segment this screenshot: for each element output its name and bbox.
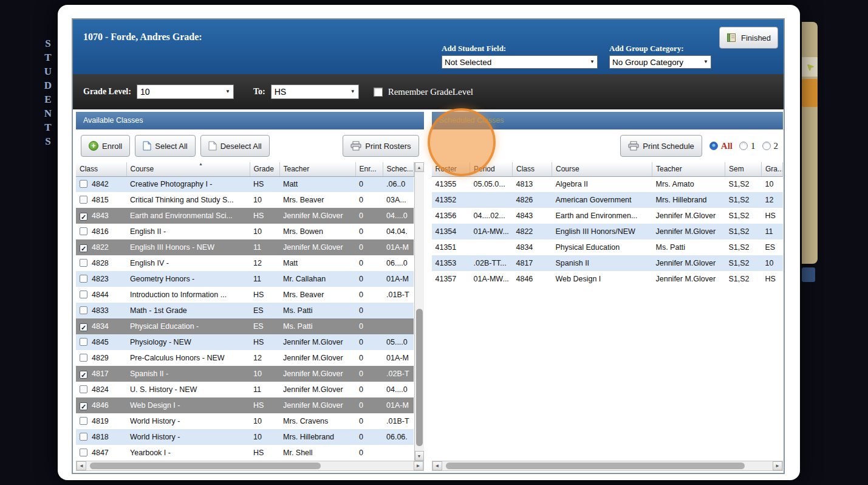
row-checkbox[interactable]: ✓	[80, 402, 87, 410]
scroll-left-icon[interactable]: ◄	[77, 461, 86, 470]
row-checkbox[interactable]	[80, 338, 87, 346]
row-checkbox[interactable]: ✓	[80, 213, 87, 221]
cell-course: Earth and Environmen...	[552, 208, 652, 224]
cell-teacher: Matt	[279, 176, 355, 192]
available-class-row[interactable]: 4842Creative Photography I -HSMatt0.06..…	[76, 176, 414, 192]
available-class-row[interactable]: 4844Introduction to Information ...HSMrs…	[76, 287, 414, 303]
available-class-row[interactable]: ✓4843Earth and Environmental Sci...HSJen…	[76, 208, 414, 224]
row-checkbox[interactable]	[80, 449, 87, 456]
row-checkbox[interactable]	[80, 417, 87, 425]
column-header[interactable]: Teacher	[279, 162, 355, 176]
students-tab-letter: S	[45, 38, 50, 50]
select-all-button[interactable]: Select All	[135, 135, 195, 157]
print-rosters-button[interactable]: Print Rosters	[343, 135, 419, 157]
students-sidebar-tab[interactable]: STUDENTS	[39, 38, 57, 148]
row-checkbox[interactable]	[80, 354, 87, 362]
finished-button[interactable]: Finished	[719, 27, 778, 49]
column-header[interactable]: Course▴	[126, 162, 250, 176]
cell-grade: 12	[250, 350, 279, 366]
remember-gradelevel-checkbox[interactable]	[374, 88, 383, 97]
scroll-left-icon[interactable]: ◄	[432, 461, 442, 470]
row-checkbox[interactable]	[80, 385, 87, 393]
deselect-all-button[interactable]: Deselect All	[200, 135, 270, 157]
filter-radio-2[interactable]: 2	[762, 141, 779, 151]
vertical-scrollbar[interactable]: ▲ ▼	[414, 162, 424, 461]
available-class-row[interactable]: 4847Yearbook I -HSMr. Shell0	[76, 445, 414, 461]
available-class-row[interactable]: ✓4834Physical Education -ESMs. Patti0	[76, 318, 414, 334]
row-checkbox[interactable]	[80, 259, 87, 267]
printer-icon	[350, 141, 361, 151]
available-class-row[interactable]: 4833Math - 1st GradeESMs. Patti0	[76, 303, 414, 318]
filter-radio-1[interactable]: 1	[739, 141, 756, 151]
column-header[interactable]: Period	[470, 162, 513, 176]
scheduled-class-row[interactable]: 4135401A-MW...4822English III Honors/NEW…	[432, 224, 783, 239]
available-class-row[interactable]: 4823Geometry Honors -11Mr. Callahan001A-…	[76, 271, 414, 287]
class-number: 4818	[92, 433, 109, 441]
enroll-button[interactable]: + Enroll	[81, 135, 130, 157]
available-class-row[interactable]: 4816English II -10Mrs. Bowen004.04.	[76, 224, 414, 239]
column-header[interactable]: Roster	[432, 162, 470, 176]
add-group-category-select[interactable]: No Group Category	[609, 55, 711, 69]
cell-enr: 0	[355, 303, 383, 318]
scheduled-class-row[interactable]: 4135604....02...4843Earth and Environmen…	[432, 208, 783, 224]
row-checkbox[interactable]	[80, 227, 87, 235]
scheduled-class-row[interactable]: 4135701A-MW...4846Web Design IJennifer M…	[432, 271, 783, 287]
cell-grade: 10	[250, 429, 279, 445]
available-class-row[interactable]: 4828English IV -12Matt006....0	[76, 255, 414, 271]
row-checkbox[interactable]	[80, 291, 87, 298]
available-class-row[interactable]: 4819World History -10Mrs. Cravens0.01B-T	[76, 413, 414, 429]
column-header[interactable]: Schec...	[383, 162, 414, 176]
available-horizontal-scrollbar[interactable]: ◄ ►	[76, 461, 424, 471]
column-header[interactable]: Teacher	[652, 162, 725, 176]
background-panel-right: ➤	[801, 0, 868, 485]
cell-teacher: Jennifer M.Glover	[652, 208, 725, 224]
scheduled-class-row[interactable]: 413514834Physical EducationMs. PattiS1,S…	[432, 239, 783, 255]
scroll-right-icon[interactable]: ►	[414, 461, 423, 470]
available-class-row[interactable]: 4824U. S. History - NEW11Jennifer M.Glov…	[76, 382, 414, 397]
column-header[interactable]: Class	[513, 162, 552, 176]
column-header[interactable]: Grade	[250, 162, 279, 176]
row-checkbox[interactable]: ✓	[80, 371, 87, 379]
scheduled-horizontal-scrollbar[interactable]: ◄ ►	[432, 461, 784, 471]
add-student-field-select[interactable]: Not Selected	[442, 55, 598, 69]
column-header[interactable]: Sem	[725, 162, 762, 176]
cell-sem: S1,S2	[725, 239, 762, 255]
scheduled-hscroll-thumb[interactable]	[446, 463, 745, 469]
available-class-row[interactable]: ✓4846Web Design I -HSJennifer M.Glover00…	[76, 397, 414, 413]
column-header[interactable]: Gra...	[762, 162, 783, 176]
cell-teacher: Jennifer M.Glover	[279, 366, 355, 382]
background-icon-box: ➤	[802, 57, 818, 77]
column-header[interactable]: Class	[76, 162, 126, 176]
row-checkbox[interactable]	[80, 275, 87, 283]
available-class-row[interactable]: ✓4822English III Honors - NEW11Jennifer …	[76, 239, 414, 255]
scroll-right-icon[interactable]: ►	[773, 461, 782, 470]
scroll-down-icon[interactable]: ▼	[415, 451, 424, 461]
column-header[interactable]: Course	[552, 162, 652, 176]
scheduled-class-row[interactable]: 41353.02B-TT...4817Spanish IIJennifer M.…	[432, 255, 783, 271]
print-schedule-button[interactable]: Print Schedule	[620, 135, 702, 157]
to-select[interactable]: HS	[271, 84, 359, 99]
scroll-up-icon[interactable]: ▲	[415, 162, 424, 172]
row-checkbox[interactable]	[80, 196, 87, 204]
scheduled-class-row[interactable]: 413524826American GovernmentMrs. Hillebr…	[432, 192, 783, 208]
select-all-label: Select All	[155, 142, 187, 151]
cell-enr: 0	[355, 287, 383, 303]
vertical-scrollbar-thumb[interactable]	[416, 309, 423, 446]
available-class-row[interactable]: ✓4817Spanish II -10Jennifer M.Glover0.02…	[76, 366, 414, 382]
row-checkbox[interactable]	[80, 306, 87, 314]
row-checkbox[interactable]	[80, 433, 87, 441]
scheduled-class-row[interactable]: 4135505.05.0...4813Algebra IIMrs. AmatoS…	[432, 176, 783, 192]
column-header[interactable]: Enr...	[355, 162, 383, 176]
available-class-row[interactable]: 4815Critical Thinking and Study S...10Mr…	[76, 192, 414, 208]
available-class-row[interactable]: 4845Physiology - NEWHSJennifer M.Glover0…	[76, 334, 414, 350]
available-class-row[interactable]: 4829Pre-Calculus Honors - NEW12Jennifer …	[76, 350, 414, 366]
class-number: 4828	[92, 259, 109, 267]
row-checkbox[interactable]	[80, 180, 87, 188]
available-class-row[interactable]: 4818World History -10Mrs. Hillebrand006.…	[76, 429, 414, 445]
row-checkbox[interactable]: ✓	[80, 244, 87, 252]
row-checkbox[interactable]: ✓	[80, 323, 87, 331]
filter-radio-all[interactable]: All	[709, 141, 733, 151]
cell-grade: 10	[762, 255, 783, 271]
grade-level-select[interactable]: 10	[137, 84, 234, 99]
available-hscroll-thumb[interactable]	[90, 463, 321, 469]
